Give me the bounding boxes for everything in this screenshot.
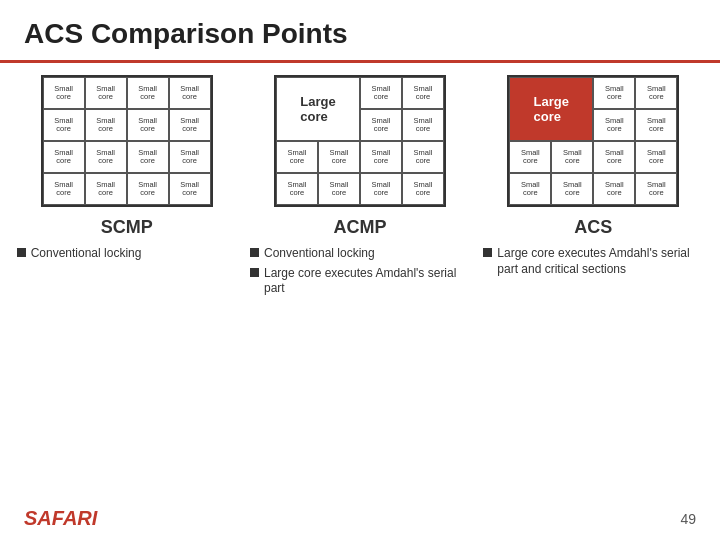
acs-diagram: Largecore Smallcore Smallcore Smallcore … [507,75,679,207]
cell: Smallcore [276,141,318,173]
bullet-icon [483,248,492,257]
cell: Smallcore [43,77,85,109]
cell: Smallcore [509,141,551,173]
cell: Smallcore [318,173,360,205]
cell: Smallcore [85,77,127,109]
bullet-text: Conventional locking [264,246,375,262]
cell: Smallcore [127,77,169,109]
cell: Smallcore [360,109,402,141]
cell: Smallcore [85,173,127,205]
scmp-diagram: Smallcore Smallcore Smallcore Smallcore … [41,75,213,207]
cell: Smallcore [43,141,85,173]
cell: Smallcore [360,77,402,109]
cell: Smallcore [551,141,593,173]
cell: Smallcore [127,173,169,205]
cell: Smallcore [593,141,635,173]
acmp-diagram: Largecore Smallcore Smallcore Smallcore … [274,75,446,207]
cell: Smallcore [276,173,318,205]
cell: Smallcore [43,173,85,205]
bullet-text: Large core executes Amdahl's serial part [264,266,470,297]
cell: Smallcore [593,109,635,141]
cell: Smallcore [360,173,402,205]
cell: Smallcore [509,173,551,205]
acmp-label: ACMP [333,217,386,238]
cell: Smallcore [169,173,211,205]
scmp-label: SCMP [101,217,153,238]
large-core-cell: Largecore [276,77,360,141]
scmp-column: Smallcore Smallcore Smallcore Smallcore … [17,75,237,266]
main-content: Smallcore Smallcore Smallcore Smallcore … [0,75,720,301]
cell: Smallcore [85,141,127,173]
cell: Smallcore [635,77,677,109]
acs-bullets: Large core executes Amdahl's serial part… [483,246,703,281]
cell: Smallcore [169,77,211,109]
cell: Smallcore [318,141,360,173]
cell: Smallcore [593,77,635,109]
scmp-bullets: Conventional locking [17,246,237,266]
cell: Smallcore [169,141,211,173]
cell: Smallcore [85,109,127,141]
acs-label: ACS [574,217,612,238]
large-core-cell-red: Largecore [509,77,593,141]
cell: Smallcore [635,141,677,173]
bullet-item: Large core executes Amdahl's serial part… [483,246,703,277]
bullet-item: Conventional locking [17,246,237,262]
page-title: ACS Comparison Points [0,0,720,63]
bullet-item: Conventional locking [250,246,470,262]
bullet-text: Conventional locking [31,246,142,262]
safari-logo: SAFARI [24,507,97,530]
cell: Smallcore [169,109,211,141]
footer: SAFARI 49 [24,507,696,530]
cell: Smallcore [635,173,677,205]
acs-column: Largecore Smallcore Smallcore Smallcore … [483,75,703,281]
cell: Smallcore [635,109,677,141]
bullet-item: Large core executes Amdahl's serial part [250,266,470,297]
acmp-bullets: Conventional locking Large core executes… [250,246,470,301]
cell: Smallcore [402,77,444,109]
cell: Smallcore [593,173,635,205]
bullet-icon [17,248,26,257]
cell: Smallcore [402,109,444,141]
cell: Smallcore [402,141,444,173]
cell: Smallcore [360,141,402,173]
cell: Smallcore [551,173,593,205]
cell: Smallcore [402,173,444,205]
bullet-icon [250,268,259,277]
acmp-column: Largecore Smallcore Smallcore Smallcore … [250,75,470,301]
cell: Smallcore [127,141,169,173]
cell: Smallcore [43,109,85,141]
cell: Smallcore [127,109,169,141]
bullet-icon [250,248,259,257]
bullet-text: Large core executes Amdahl's serial part… [497,246,703,277]
page-number: 49 [680,511,696,527]
